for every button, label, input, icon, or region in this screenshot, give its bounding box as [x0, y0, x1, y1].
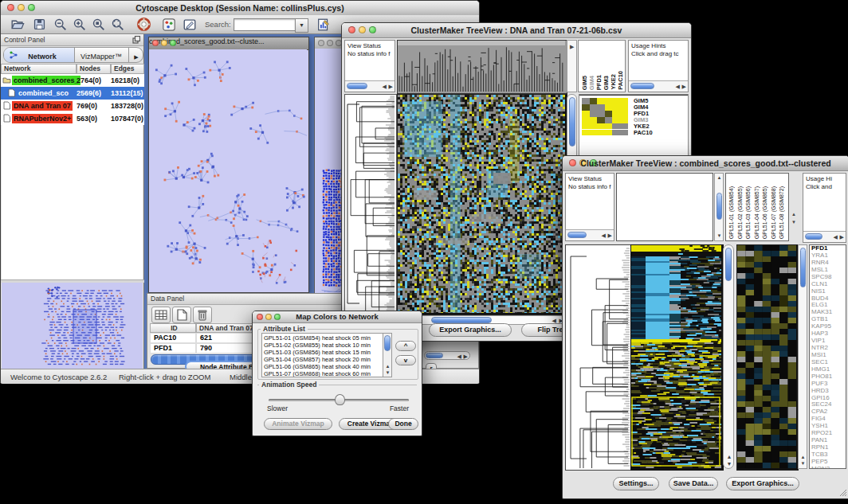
- treeview1-titlebar[interactable]: ClusterMaker TreeView : DNA and Tran 07-…: [342, 23, 691, 38]
- attribute-item[interactable]: GPL51-06 (GSM865) heat shock 40 min: [264, 363, 371, 370]
- birdseye-view[interactable]: [2, 282, 143, 369]
- dialog-titlebar[interactable]: Map Colors to Network: [253, 311, 422, 323]
- main-titlebar[interactable]: Cytoscape Desktop (Session Name: collins…: [1, 1, 479, 16]
- tv2-label-down-icon[interactable]: ▼: [791, 220, 796, 225]
- open-icon[interactable]: [10, 18, 25, 31]
- network-graph-canvas[interactable]: [149, 49, 307, 291]
- attribute-item[interactable]: GPL51-02 (GSM855) heat shock 10 min: [264, 342, 371, 349]
- speed-slider-thumb[interactable]: [335, 394, 345, 405]
- tv1-column-label[interactable]: GIM5: [581, 76, 588, 90]
- save-icon[interactable]: [33, 18, 46, 31]
- network-scatter-icon[interactable]: [162, 18, 176, 32]
- treeview1-title: ClusterMaker TreeView : DNA and Tran 07-…: [342, 25, 691, 35]
- tv1-row-label[interactable]: PAC10: [634, 129, 653, 136]
- tv2-settings-button[interactable]: Settings...: [613, 477, 659, 490]
- treeview2-titlebar[interactable]: ClusterMaker TreeView : combined_scores_…: [563, 156, 848, 171]
- move-down-button[interactable]: v: [395, 355, 416, 365]
- table-view-button[interactable]: [151, 307, 171, 323]
- row-dendrogram[interactable]: [565, 244, 632, 471]
- report-icon[interactable]: [316, 18, 331, 32]
- zoom-in-icon[interactable]: [73, 18, 87, 32]
- tv1-col-mini-scroll[interactable]: ▶: [567, 40, 577, 92]
- column-header-nodes[interactable]: Nodes: [77, 64, 111, 74]
- tab-network[interactable]: Network: [4, 48, 75, 62]
- zoom-fit-icon[interactable]: [111, 18, 125, 32]
- tv1-column-label[interactable]: YKE2: [610, 74, 617, 90]
- network-list-row[interactable]: combined_scores_2764(0)16218(0): [1, 74, 144, 87]
- tv2-column-label[interactable]: GPL51-08 (GSM872): [778, 186, 785, 239]
- tv2-zoom-heatmap[interactable]: [736, 244, 799, 471]
- tv2-column-label[interactable]: GPL51-03 (GSM856): [744, 186, 752, 239]
- row-dendrogram[interactable]: [344, 94, 397, 315]
- new-attribute-button[interactable]: [172, 307, 191, 323]
- resize-grip-icon[interactable]: [838, 488, 847, 497]
- tv1-column-label[interactable]: PFD1: [595, 75, 603, 90]
- mini-heatmap-cell: [590, 104, 598, 111]
- minimize-icon[interactable]: [327, 40, 333, 46]
- tv2-save-data-button[interactable]: Save Data...: [669, 477, 718, 490]
- status-welcome: Welcome to Cytoscape 2.6.2: [10, 373, 107, 381]
- network-list-row[interactable]: combined_sco2569(6)13112(15): [1, 87, 144, 100]
- tab-vizmapper[interactable]: VizMapper™: [74, 48, 128, 62]
- tv2-column-dendrogram[interactable]: [616, 173, 713, 241]
- tv2-export-graphics-button[interactable]: Export Graphics...: [726, 477, 799, 490]
- usage-hints-scrollbar[interactable]: ◀▶: [629, 80, 688, 92]
- tv2-global-heatmap[interactable]: [630, 244, 724, 471]
- tv2-label-up-icon[interactable]: ▲: [791, 212, 796, 217]
- delete-attribute-trash-icon[interactable]: [193, 307, 212, 323]
- tv1-column-label[interactable]: PAC10: [617, 71, 624, 90]
- treeview2-window: ClusterMaker TreeView : combined_scores_…: [562, 155, 848, 499]
- tv2-column-label[interactable]: GPL51-04 (GSM857): [753, 186, 760, 239]
- annotation-icon[interactable]: [183, 18, 197, 32]
- mini-heatmap-cell: [582, 123, 590, 130]
- gene-label[interactable]: MON2: [811, 466, 830, 469]
- attribute-item[interactable]: GPL51-04 (GSM857) heat shock 20 min: [264, 356, 371, 363]
- float-panel-icon[interactable]: [132, 36, 140, 44]
- network-list-row[interactable]: RNAPuberNov2+563(0)107847(0): [1, 112, 144, 125]
- zoom-out-icon[interactable]: [53, 18, 68, 32]
- tv1-mini-heatmap[interactable]: [582, 98, 628, 136]
- done-button2[interactable]: Done: [388, 418, 418, 430]
- tv2-column-label[interactable]: GPL51-07 (GSM868): [770, 186, 777, 239]
- tv1-column-label[interactable]: GIM3: [603, 76, 610, 90]
- zoom-selected-icon[interactable]: [92, 18, 106, 32]
- view-status-text: No status info f: [345, 50, 395, 58]
- tv2-column-label[interactable]: GPL51-06 (GSM865): [761, 186, 768, 239]
- fragment-hscrollbar[interactable]: ◀▶: [424, 351, 470, 360]
- status-pan-hint: Middle-: [230, 373, 254, 381]
- dp-column-header[interactable]: ID: [150, 323, 196, 333]
- network-edges: 183728(0): [111, 102, 143, 110]
- tv2-column-label[interactable]: GPL51-02 (GSM855): [736, 186, 744, 239]
- usage-hints-panel: Usage Hi Click and ◀▶: [803, 173, 846, 243]
- view-status-scrollbar[interactable]: ◀▶: [566, 229, 614, 240]
- animate-vizmap-button[interactable]: Animate Vizmap: [264, 418, 332, 430]
- close-icon[interactable]: [152, 40, 159, 46]
- network-list-area[interactable]: [2, 125, 143, 279]
- view-status-scrollbar[interactable]: ◀▶: [345, 80, 395, 92]
- move-up-button[interactable]: ^: [395, 341, 416, 351]
- tv2-column-label[interactable]: GPL51-01 (GSM854): [728, 186, 735, 239]
- search-dropdown-button[interactable]: ▼: [295, 18, 308, 33]
- tv2-vscrollbar[interactable]: ▲▼: [723, 244, 734, 469]
- minimize-icon[interactable]: [161, 40, 167, 46]
- column-dendrogram[interactable]: [397, 40, 567, 94]
- attribute-list-scrollbar[interactable]: ▲▼: [383, 334, 391, 377]
- column-header-edges[interactable]: Edges: [111, 64, 144, 74]
- tv2-zoom-scrollbar[interactable]: ▲▼: [798, 244, 807, 469]
- zoom-window-icon[interactable]: [170, 40, 176, 46]
- usage-hints-scrollbar[interactable]: ◀▶: [803, 231, 846, 242]
- network-list-row[interactable]: DNA and Tran 07769(0)183728(0): [1, 100, 144, 112]
- search-input[interactable]: [234, 18, 296, 31]
- column-header-network[interactable]: Network: [1, 64, 77, 74]
- close-icon[interactable]: [318, 40, 324, 46]
- usage-hints-text: Click and: [803, 183, 846, 191]
- attribute-item[interactable]: GPL51-03 (GSM856) heat shock 15 min: [264, 349, 371, 356]
- tv1-export-graphics-button[interactable]: Export Graphics...: [429, 323, 512, 337]
- attribute-item[interactable]: GPL51-07 (GSM868) heat shock 60 min: [264, 370, 371, 377]
- tv1-column-label[interactable]: GIM4: [588, 76, 595, 90]
- help-lifebuoy-icon[interactable]: [136, 17, 151, 32]
- tv1-heatmap[interactable]: [397, 94, 567, 315]
- tv2-col-scrollbar[interactable]: ▲▼: [714, 173, 724, 241]
- tab-overflow-button[interactable]: ▶: [128, 48, 143, 62]
- attribute-item[interactable]: GPL51-01 (GSM854) heat shock 05 min: [264, 334, 371, 342]
